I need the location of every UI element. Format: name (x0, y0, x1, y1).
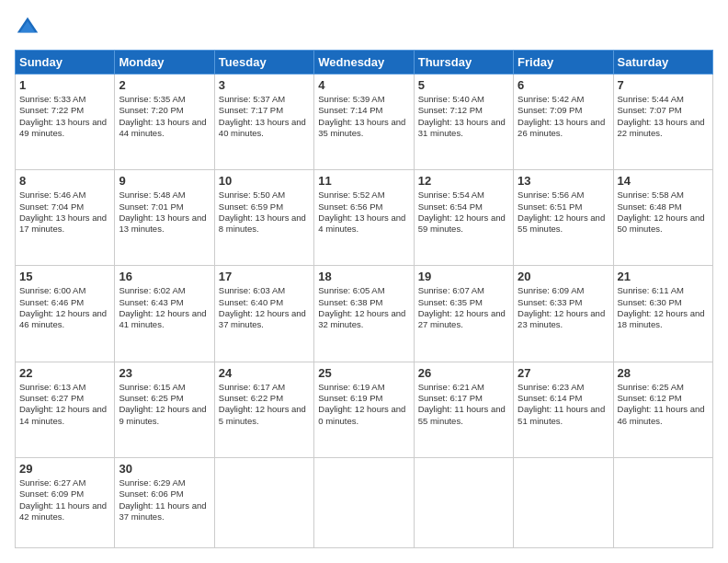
day-info: Sunset: 6:12 PM (618, 393, 709, 404)
day-info: Sunset: 6:14 PM (518, 393, 609, 404)
day-info: Sunrise: 5:33 AM (19, 94, 110, 105)
calendar-cell: 25Sunrise: 6:19 AMSunset: 6:19 PMDayligh… (314, 362, 414, 457)
day-info: Daylight: 12 hours and 18 minutes. (618, 308, 709, 331)
day-info: Daylight: 12 hours and 9 minutes. (119, 404, 210, 427)
day-info: Sunset: 6:43 PM (119, 297, 210, 308)
day-info: Sunrise: 6:19 AM (318, 382, 409, 393)
day-number: 18 (318, 270, 409, 283)
day-number: 2 (119, 78, 210, 92)
day-info: Sunset: 6:22 PM (219, 393, 310, 404)
day-info: Daylight: 11 hours and 37 minutes. (119, 500, 210, 523)
calendar-cell: 8Sunrise: 5:46 AMSunset: 7:04 PMDaylight… (16, 170, 115, 266)
day-info: Daylight: 13 hours and 13 minutes. (119, 213, 210, 236)
day-info: Sunrise: 5:37 AM (219, 94, 310, 105)
day-info: Sunset: 7:07 PM (618, 105, 709, 116)
day-info: Daylight: 11 hours and 46 minutes. (618, 404, 709, 427)
day-info: Daylight: 13 hours and 22 minutes. (618, 117, 709, 140)
day-info: Sunrise: 5:54 AM (418, 190, 509, 201)
calendar-week-4: 22Sunrise: 6:13 AMSunset: 6:27 PMDayligh… (16, 362, 713, 457)
day-info: Daylight: 12 hours and 55 minutes. (518, 213, 609, 236)
calendar-cell: 7Sunrise: 5:44 AMSunset: 7:07 PMDaylight… (613, 75, 712, 170)
day-header-saturday: Saturday (613, 51, 712, 75)
day-info: Sunset: 7:20 PM (119, 105, 210, 116)
calendar-cell: 26Sunrise: 6:21 AMSunset: 6:17 PMDayligh… (414, 362, 513, 457)
day-info: Daylight: 12 hours and 32 minutes. (318, 308, 409, 331)
calendar-cell: 9Sunrise: 5:48 AMSunset: 7:01 PMDaylight… (115, 170, 214, 266)
calendar-cell (314, 457, 414, 547)
calendar-header: SundayMondayTuesdayWednesdayThursdayFrid… (16, 51, 713, 75)
day-info: Daylight: 12 hours and 23 minutes. (518, 308, 609, 331)
calendar-cell: 30Sunrise: 6:29 AMSunset: 6:06 PMDayligh… (115, 457, 214, 547)
day-info: Sunset: 6:48 PM (618, 201, 709, 213)
day-info: Daylight: 13 hours and 49 minutes. (19, 117, 110, 140)
day-info: Daylight: 13 hours and 8 minutes. (219, 213, 310, 236)
day-info: Sunrise: 5:50 AM (219, 190, 310, 201)
day-number: 7 (618, 78, 709, 92)
day-info: Sunrise: 5:39 AM (318, 94, 409, 105)
day-info: Sunrise: 5:48 AM (119, 190, 210, 201)
calendar-table: SundayMondayTuesdayWednesdayThursdayFrid… (15, 50, 713, 548)
calendar-cell: 22Sunrise: 6:13 AMSunset: 6:27 PMDayligh… (16, 362, 115, 457)
day-number: 26 (418, 366, 509, 380)
day-info: Daylight: 12 hours and 5 minutes. (219, 404, 310, 427)
day-header-monday: Monday (115, 51, 214, 75)
day-number: 29 (19, 462, 110, 476)
day-number: 23 (119, 366, 210, 380)
calendar-cell: 6Sunrise: 5:42 AMSunset: 7:09 PMDaylight… (514, 75, 613, 170)
day-info: Sunset: 6:09 PM (19, 488, 110, 500)
calendar-cell: 19Sunrise: 6:07 AMSunset: 6:35 PMDayligh… (414, 266, 513, 362)
day-number: 27 (518, 366, 609, 380)
day-number: 30 (119, 462, 210, 476)
day-number: 3 (219, 78, 310, 92)
day-info: Sunset: 6:59 PM (219, 201, 310, 213)
day-info: Daylight: 13 hours and 4 minutes. (318, 213, 409, 236)
day-info: Sunset: 6:27 PM (19, 393, 110, 404)
day-info: Sunrise: 5:42 AM (518, 94, 609, 105)
day-number: 13 (518, 174, 609, 188)
logo-icon (15, 15, 40, 40)
day-header-thursday: Thursday (414, 51, 513, 75)
calendar-cell (214, 457, 313, 547)
day-info: Sunrise: 5:56 AM (518, 190, 609, 201)
day-info: Sunrise: 5:52 AM (318, 190, 409, 201)
day-info: Daylight: 13 hours and 31 minutes. (418, 117, 509, 140)
day-info: Sunrise: 6:25 AM (618, 382, 709, 393)
day-info: Sunset: 7:04 PM (19, 201, 110, 213)
day-info: Sunset: 7:14 PM (318, 105, 409, 116)
day-info: Sunset: 7:12 PM (418, 105, 509, 116)
calendar-cell: 29Sunrise: 6:27 AMSunset: 6:09 PMDayligh… (16, 457, 115, 547)
calendar-cell: 20Sunrise: 6:09 AMSunset: 6:33 PMDayligh… (514, 266, 613, 362)
day-number: 5 (418, 78, 509, 92)
day-info: Sunrise: 6:03 AM (219, 285, 310, 296)
day-info: Sunrise: 6:17 AM (219, 382, 310, 393)
day-info: Sunset: 6:35 PM (418, 297, 509, 308)
day-number: 1 (19, 78, 110, 92)
day-info: Daylight: 12 hours and 14 minutes. (19, 404, 110, 427)
day-number: 4 (318, 78, 409, 92)
calendar-cell (414, 457, 513, 547)
day-info: Daylight: 11 hours and 42 minutes. (19, 500, 110, 523)
day-info: Sunrise: 5:35 AM (119, 94, 210, 105)
day-header-sunday: Sunday (16, 51, 115, 75)
day-info: Sunrise: 5:58 AM (618, 190, 709, 201)
day-info: Sunrise: 6:29 AM (119, 477, 210, 488)
day-info: Daylight: 12 hours and 50 minutes. (618, 213, 709, 236)
day-info: Daylight: 13 hours and 35 minutes. (318, 117, 409, 140)
day-info: Sunrise: 6:00 AM (19, 285, 110, 296)
day-info: Daylight: 13 hours and 26 minutes. (518, 117, 609, 140)
day-info: Sunrise: 6:02 AM (119, 285, 210, 296)
day-info: Sunrise: 6:13 AM (19, 382, 110, 393)
day-info: Sunrise: 5:44 AM (618, 94, 709, 105)
calendar-week-1: 1Sunrise: 5:33 AMSunset: 7:22 PMDaylight… (16, 75, 713, 170)
day-header-tuesday: Tuesday (214, 51, 313, 75)
calendar-cell (613, 457, 712, 547)
day-info: Daylight: 12 hours and 41 minutes. (119, 308, 210, 331)
day-number: 19 (418, 270, 509, 283)
day-info: Sunset: 7:17 PM (219, 105, 310, 116)
day-info: Sunset: 6:06 PM (119, 488, 210, 500)
day-info: Sunset: 6:46 PM (19, 297, 110, 308)
day-info: Daylight: 11 hours and 55 minutes. (418, 404, 509, 427)
day-header-wednesday: Wednesday (314, 51, 414, 75)
day-info: Daylight: 12 hours and 46 minutes. (19, 308, 110, 331)
day-info: Daylight: 13 hours and 44 minutes. (119, 117, 210, 140)
